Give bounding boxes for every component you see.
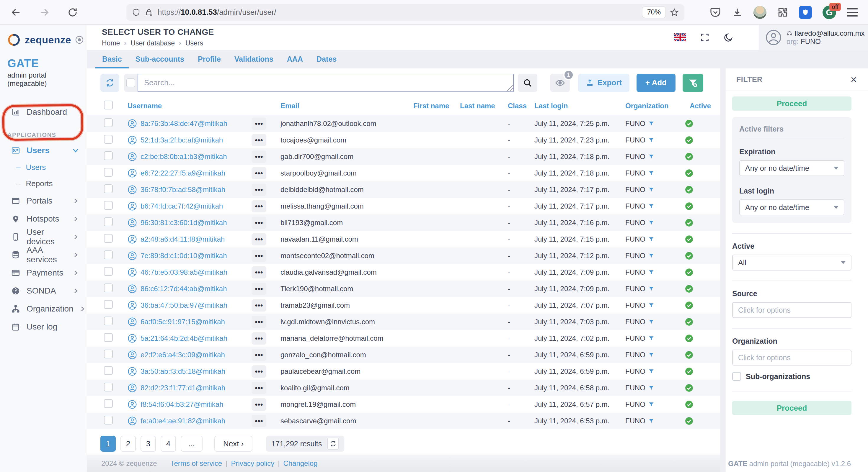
username-link[interactable]: b6:74:fd:ca:7f:42@mitikah [141,202,223,210]
source-input[interactable] [732,302,851,318]
username-link[interactable]: 82:d2:23:f1:77:d1@mitikah [141,384,225,392]
username-link[interactable]: 36:ba:47:50:ba:97@mitikah [141,301,227,309]
row-actions-button[interactable]: ••• [252,415,266,427]
filter-by-organization-icon[interactable] [648,402,654,407]
filter-by-organization-icon[interactable] [648,121,654,127]
row-actions-button[interactable]: ••• [252,200,266,212]
row-checkbox[interactable] [104,184,113,193]
row-checkbox[interactable] [104,201,113,210]
sidebar-item-payments[interactable]: Payments [0,264,87,282]
username-link[interactable]: e2:f2:e6:a4:3c:09@mitikah [141,351,225,359]
column-header-email[interactable]: Email [275,102,408,110]
row-checkbox[interactable] [104,349,113,359]
browser-profile-avatar[interactable] [753,6,767,19]
pocket-icon[interactable] [710,7,721,18]
row-actions-button[interactable]: ••• [252,183,266,196]
sidebar-item-user-log[interactable]: User log [0,318,87,336]
breadcrumb-home[interactable]: Home [102,39,120,47]
language-flag-icon[interactable] [674,33,686,41]
sidebar-item-aaa-services[interactable]: AAA services [0,246,87,264]
row-actions-button[interactable]: ••• [252,134,266,146]
column-header-last-login[interactable]: Last login [528,102,620,110]
close-filter-icon[interactable]: × [850,74,857,85]
row-checkbox[interactable] [104,135,113,144]
privacy-link[interactable]: Privacy policy [231,459,274,468]
export-button[interactable]: Export [578,74,629,92]
bookmark-star-icon[interactable] [670,8,679,17]
filter-by-organization-icon[interactable] [648,203,654,209]
page-1-button[interactable]: 1 [100,436,116,452]
last-login-select[interactable]: Any or no date/time [739,199,844,215]
sidebar-item-sonda[interactable]: SONDA [0,282,87,300]
row-checkbox[interactable] [104,366,113,375]
row-actions-button[interactable]: ••• [252,216,266,229]
sidebar-item-dashboard[interactable]: Dashboard [0,103,87,121]
column-header-organization[interactable]: Organization [620,102,679,110]
row-checkbox[interactable] [104,399,113,408]
row-actions-button[interactable]: ••• [252,233,266,245]
row-checkbox[interactable] [104,217,113,226]
sidebar-item-user-devices[interactable]: User devices [0,228,87,246]
row-checkbox[interactable] [104,267,113,276]
filter-by-organization-icon[interactable] [648,137,654,143]
row-checkbox[interactable] [104,316,113,326]
username-link[interactable]: fe:a0:e4:ae:91:82@mitikah [141,417,225,425]
username-link[interactable]: 5a:21:64:4b:2d:4b@mitikah [141,334,227,342]
proceed-button-bottom[interactable]: Proceed [732,401,851,415]
zoom-level-badge[interactable]: 70% [643,7,665,18]
organization-input[interactable] [732,349,851,366]
filter-by-organization-icon[interactable] [648,220,654,226]
row-checkbox[interactable] [104,234,113,243]
clear-filter-button[interactable] [683,74,703,92]
username-link[interactable]: f8:54:f6:04:b3:27@mitikah [141,400,223,409]
expiration-select[interactable]: Any or no date/time [739,160,844,176]
fullscreen-icon[interactable] [700,32,710,42]
username-link[interactable]: 86:c6:12:7d:44:ab@mitikah [141,285,227,293]
tab-profile[interactable]: Profile [191,50,228,68]
shield-icon[interactable] [132,8,141,17]
tab-validations[interactable]: Validations [228,50,280,68]
page-2-button[interactable]: 2 [120,436,136,452]
filter-by-organization-icon[interactable] [648,319,654,325]
username-link[interactable]: c2:be:b8:0b:a1:b3@mitikah [141,153,227,161]
search-button[interactable] [518,74,537,92]
sidebar-subitem-reports[interactable]: – Reports [0,175,87,192]
filter-by-organization-icon[interactable] [648,253,654,259]
row-actions-button[interactable]: ••• [252,332,266,344]
toolbar-checkbox[interactable] [126,78,135,87]
filter-by-organization-icon[interactable] [648,187,654,193]
filter-by-organization-icon[interactable] [648,385,654,391]
row-checkbox[interactable] [104,382,113,392]
row-actions-button[interactable]: ••• [252,167,266,179]
proceed-button-top[interactable]: Proceed [732,97,851,111]
row-actions-button[interactable]: ••• [252,365,266,378]
sidebar-item-organization[interactable]: Organization [0,300,87,318]
page-4-button[interactable]: 4 [161,436,176,452]
refresh-results-button[interactable] [327,438,339,449]
row-checkbox[interactable] [104,168,113,177]
filter-by-organization-icon[interactable] [648,154,654,160]
select-all-checkbox[interactable] [104,101,113,109]
bitwarden-extension-icon[interactable] [799,6,812,19]
row-checkbox[interactable] [104,333,113,342]
page-ellipsis-button[interactable]: ... [181,436,203,452]
row-checkbox[interactable] [104,283,113,292]
row-actions-button[interactable]: ••• [252,282,266,295]
username-link[interactable]: 36:78:f0:7b:ad:58@mitikah [141,186,225,194]
row-actions-button[interactable]: ••• [252,316,266,328]
dark-mode-moon-icon[interactable] [723,32,733,42]
username-link[interactable]: 46:7b:e5:03:98:a5@mitikah [141,268,227,276]
next-page-button[interactable]: Next › [214,436,252,452]
row-checkbox[interactable] [104,300,113,309]
filter-by-organization-icon[interactable] [648,269,654,275]
column-header-class[interactable]: Class [502,102,528,110]
browser-menu-icon[interactable] [847,8,858,16]
column-header-active[interactable]: Active [679,102,714,110]
filter-by-organization-icon[interactable] [648,236,654,242]
username-link[interactable]: 7e:89:8d:c1:0d:10@mitikah [141,251,227,260]
filter-by-organization-icon[interactable] [648,286,654,292]
visibility-button[interactable]: 1 [550,74,570,92]
row-actions-button[interactable]: ••• [252,382,266,394]
column-header-username[interactable]: Username [122,102,252,110]
sidebar-item-hotspots[interactable]: Hotspots [0,210,87,228]
